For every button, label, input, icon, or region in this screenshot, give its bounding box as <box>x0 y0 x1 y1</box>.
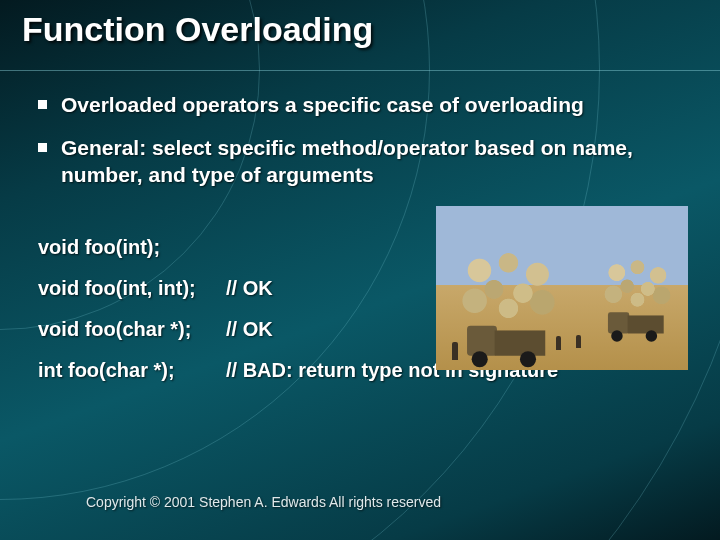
title-underline <box>0 70 720 71</box>
overloaded-trucks-image <box>436 206 688 370</box>
code-declaration: int foo(char *); <box>38 359 226 382</box>
bullet-icon <box>38 100 47 109</box>
bullet-text: Overloaded operators a specific case of … <box>61 92 584 119</box>
code-comment: // OK <box>226 277 273 300</box>
list-item: General: select specific method/operator… <box>38 135 690 189</box>
bullet-icon <box>38 143 47 152</box>
person-icon <box>452 342 458 360</box>
code-comment: // OK <box>226 318 273 341</box>
code-declaration: void foo(int, int); <box>38 277 226 300</box>
person-icon <box>576 335 581 348</box>
slide-title: Function Overloading <box>22 10 373 49</box>
person-icon <box>556 336 561 350</box>
list-item: Overloaded operators a specific case of … <box>38 92 690 119</box>
bullet-text: General: select specific method/operator… <box>61 135 690 189</box>
code-declaration: void foo(char *); <box>38 318 226 341</box>
bullet-list: Overloaded operators a specific case of … <box>38 92 690 205</box>
copyright-text: Copyright © 2001 Stephen A. Edwards All … <box>86 494 441 510</box>
code-declaration: void foo(int); <box>38 236 226 259</box>
truck-icon <box>603 284 667 341</box>
truck-icon <box>460 287 550 368</box>
